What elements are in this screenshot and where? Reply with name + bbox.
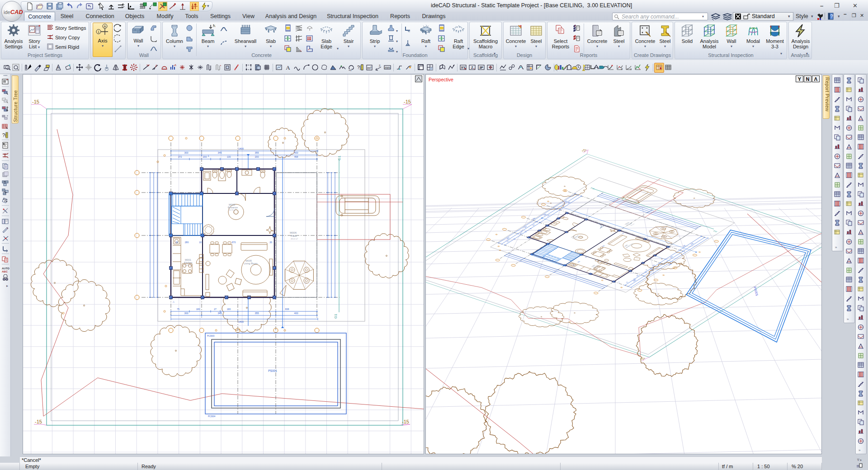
svg-text:838: 838 [285,308,289,310]
svg-text:A: A [104,24,106,28]
svg-text:355: 355 [255,312,259,315]
svg-text:180: 180 [196,308,200,310]
svg-text:+2: +2 [349,69,352,71]
svg-text:mm: mm [385,66,390,69]
svg-text:400: 400 [294,312,298,315]
svg-text:ABC: ABC [2,270,8,273]
svg-text:300: 300 [184,312,188,315]
svg-text:48.02 m²: 48.02 m² [291,238,298,240]
svg-text:670: 670 [232,241,236,244]
svg-text:Patio: Patio [291,235,297,237]
svg-text:Perspective: Perspective [429,77,453,82]
svg-text:2: 2 [379,64,381,67]
svg-text:10: 10 [199,241,202,244]
svg-text:200: 200 [255,155,259,158]
svg-text:345: 345 [217,312,222,315]
svg-text:?: ? [830,14,833,19]
svg-text:400: 400 [294,151,298,154]
svg-text:P: P [621,68,623,70]
svg-text:200: 200 [203,155,207,158]
svg-text:27: 27 [214,308,217,310]
svg-text:G1: G1 [337,155,341,160]
svg-text:AUTO: AUTO [2,267,9,270]
svg-text:△: △ [173,300,175,303]
svg-text:20: 20 [269,241,272,244]
svg-text:1: 1 [98,30,100,34]
svg-text:A: A [286,64,290,71]
svg-text:-15: -15 [402,419,409,424]
svg-text:-15: -15 [404,99,411,104]
svg-text:1400: 1400 [238,147,244,150]
svg-text:m²: m² [367,66,372,70]
svg-text:75: 75 [177,308,179,310]
svg-text:372: 372 [178,155,182,158]
svg-text:35.70 m²: 35.70 m² [229,209,236,211]
svg-text:345: 345 [217,151,222,154]
svg-text:Z: Z [471,66,473,69]
svg-text:280: 280 [185,241,189,244]
svg-text:130: 130 [227,155,231,158]
svg-text:468: 468 [294,155,298,158]
svg-text:3: 3 [630,68,632,70]
svg-text:G1: G1 [334,314,338,319]
svg-text:M006: M006 [290,231,297,234]
svg-text:-15: -15 [32,99,39,104]
svg-text:3P: 3P [479,66,483,69]
svg-text:1400: 1400 [238,320,244,323]
svg-text:355: 355 [255,151,259,154]
svg-text:1: 1 [175,64,177,66]
svg-text:20: 20 [175,241,178,244]
svg-text:PC3003: PC3003 [207,335,215,337]
svg-text:-15: -15 [35,419,42,424]
svg-text:N: N [213,24,215,28]
svg-text:1: 1 [208,155,209,157]
svg-text:Living Room: Living Room [244,262,258,265]
svg-text:?|: ?| [357,65,361,70]
svg-text:300: 300 [184,151,188,154]
svg-text:A: A [57,66,60,70]
svg-text:PC3004: PC3004 [208,415,216,418]
svg-text:180: 180 [227,308,231,310]
